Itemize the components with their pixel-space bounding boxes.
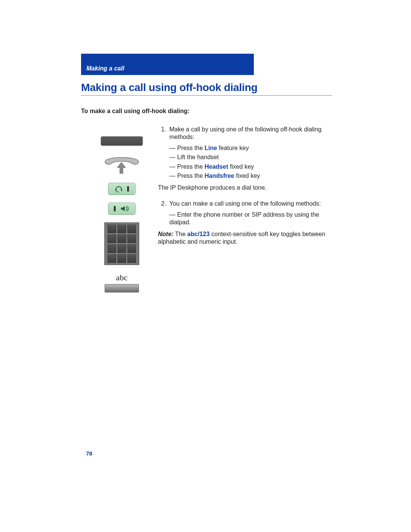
svg-rect-0 <box>115 189 116 191</box>
instruction-text: Make a call by using one of the followin… <box>158 126 332 254</box>
page-heading: Making a call using off-hook dialing <box>81 81 332 94</box>
line-feature-key-icon <box>101 136 143 145</box>
step-2-note: Note: The abc/123 context-sensitive soft… <box>158 230 332 246</box>
section-header-label: Making a call <box>86 65 124 72</box>
heading-rule <box>81 95 332 96</box>
page-number: 78 <box>86 450 92 457</box>
step-2-options: Enter the phone number or SIP address by… <box>169 211 332 227</box>
step-2-lead: You can make a call using one of the fol… <box>169 200 321 207</box>
dialpad-icon <box>104 222 139 265</box>
step-1-opt-headset: Press the Headset fixed key <box>169 163 332 171</box>
illustration-column: abc <box>99 136 145 300</box>
heading-block: Making a call using off-hook dialing <box>81 81 332 96</box>
step-2-opt-dialpad: Enter the phone number or SIP address by… <box>169 211 332 227</box>
manual-page: Making a call Making a call using off-ho… <box>0 0 411 532</box>
step-1-opt-handsfree: Press the Handsfree fixed key <box>169 172 332 180</box>
step-1-result: The IP Deskphone produces a dial tone. <box>158 184 332 192</box>
abc-label: abc <box>105 273 139 283</box>
step-1: Make a call by using one of the followin… <box>168 126 332 192</box>
step-1-opt-handset: Lift the handset <box>169 153 332 161</box>
abc-softkey-icon: abc <box>105 273 139 292</box>
step-2: You can make a call using one of the fol… <box>168 200 332 246</box>
step-1-options: Press the Line feature key Lift the hand… <box>169 144 332 180</box>
headset-key-icon <box>108 183 135 195</box>
lift-handset-icon <box>101 153 142 175</box>
subheading: To make a call using off-hook dialing: <box>81 108 190 115</box>
step-1-opt-line: Press the Line feature key <box>169 144 332 152</box>
section-header-band: Making a call <box>81 54 254 75</box>
svg-rect-1 <box>121 189 122 191</box>
step-1-lead: Make a call by using one of the followin… <box>169 126 322 140</box>
handsfree-key-icon <box>108 203 135 215</box>
